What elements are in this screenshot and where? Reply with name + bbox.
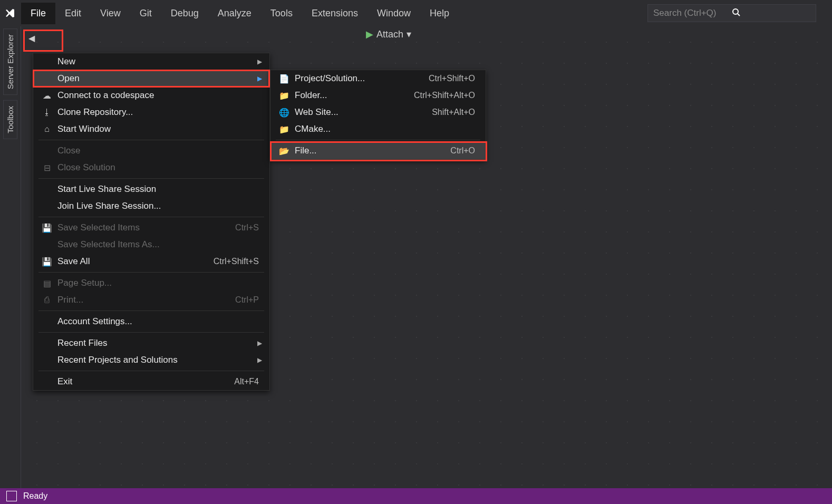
attach-button[interactable]: ▶ Attach ▾ (366, 28, 411, 40)
menu-extensions[interactable]: Extensions (302, 3, 367, 24)
status-bar: Ready (0, 488, 832, 504)
save-icon: 💾 (41, 223, 53, 233)
close-solution-icon: ⊟ (41, 163, 53, 173)
menu-clone-repo[interactable]: ⭳ Clone Repository... (33, 104, 269, 121)
menu-page-setup: ▤ Page Setup... (33, 275, 269, 292)
home-icon: ⌂ (41, 124, 53, 134)
menu-recent-files[interactable]: Recent Files ▶ (33, 335, 269, 352)
attach-label: Attach (376, 29, 403, 40)
folder-icon: 📁 (278, 91, 291, 101)
save-all-icon: 💾 (41, 257, 53, 267)
open-cmake[interactable]: 📁 CMake... (270, 121, 486, 138)
separator (38, 332, 264, 333)
menu-start-live-share[interactable]: Start Live Share Session (33, 181, 269, 198)
menu-connect-codespace[interactable]: ☁ Connect to a codespace (33, 87, 269, 104)
menu-new[interactable]: New ▶ (33, 53, 269, 70)
arrow-right-icon: ▶ (254, 356, 262, 364)
svg-line-1 (738, 14, 740, 16)
menu-account-settings[interactable]: Account Settings... (33, 313, 269, 330)
status-icon (6, 491, 17, 501)
open-file-icon: 📂 (278, 146, 291, 156)
page-icon: ▤ (41, 278, 53, 288)
menu-save-selected-as: Save Selected Items As... (33, 236, 269, 253)
menu-view[interactable]: View (91, 3, 130, 24)
separator (38, 311, 264, 311)
main-area: Server Explorer Toolbox ◀ ▶ Attach ▾ New… (0, 26, 832, 488)
open-folder[interactable]: 📁 Folder... Ctrl+Shift+Alt+O (270, 87, 486, 104)
side-tool-well: Server Explorer Toolbox (0, 26, 21, 488)
file-menu-dropdown: New ▶ Open ▶ ☁ Connect to a codespace ⭳ … (33, 53, 270, 391)
menu-save-all[interactable]: 💾 Save All Ctrl+Shift+S (33, 253, 269, 270)
globe-icon: 🌐 (278, 108, 291, 118)
menu-help[interactable]: Help (420, 3, 459, 24)
menu-print: ⎙ Print... Ctrl+P (33, 292, 269, 308)
chevron-down-icon: ▾ (407, 28, 411, 40)
cloud-icon: ☁ (41, 91, 53, 101)
open-project-solution[interactable]: 📄 Project/Solution... Ctrl+Shift+O (270, 70, 486, 87)
arrow-right-icon: ▶ (254, 75, 262, 82)
menu-analyze[interactable]: Analyze (208, 3, 261, 24)
menu-join-live-share[interactable]: Join Live Share Session... (33, 198, 269, 215)
play-icon: ▶ (366, 28, 373, 40)
tab-toolbox[interactable]: Toolbox (3, 100, 17, 139)
menu-start-window[interactable]: ⌂ Start Window (33, 121, 269, 138)
separator (38, 178, 264, 179)
open-website[interactable]: 🌐 Web Site... Shift+Alt+O (270, 104, 486, 121)
menu-close-solution: ⊟ Close Solution (33, 159, 269, 176)
open-submenu: 📄 Project/Solution... Ctrl+Shift+O 📁 Fol… (270, 70, 486, 160)
separator (38, 272, 264, 273)
nav-back-icon[interactable]: ◀ (24, 31, 39, 45)
search-box[interactable]: Search (Ctrl+Q) (647, 4, 816, 22)
menu-open[interactable]: Open ▶ (33, 70, 269, 87)
menu-debug[interactable]: Debug (161, 3, 208, 24)
separator (38, 371, 264, 371)
separator (276, 140, 480, 140)
download-icon: ⭳ (41, 108, 53, 117)
search-placeholder: Search (Ctrl+Q) (653, 8, 732, 18)
menubar: File Edit View Git Debug Analyze Tools E… (21, 3, 459, 24)
separator (38, 217, 264, 217)
menu-edit[interactable]: Edit (55, 3, 91, 24)
menu-file[interactable]: File (21, 3, 55, 24)
tab-server-explorer[interactable]: Server Explorer (3, 28, 17, 95)
project-icon: 📄 (278, 74, 291, 84)
arrow-right-icon: ▶ (254, 340, 262, 347)
cmake-icon: 📁 (278, 124, 291, 134)
menu-tools[interactable]: Tools (261, 3, 302, 24)
menu-git[interactable]: Git (130, 3, 161, 24)
menu-close: Close (33, 142, 269, 159)
search-icon (732, 8, 810, 19)
open-file[interactable]: 📂 File... Ctrl+O (270, 142, 486, 159)
menu-window[interactable]: Window (367, 3, 420, 24)
vs-logo-icon (0, 7, 21, 20)
status-text: Ready (23, 491, 47, 501)
menu-recent-projects[interactable]: Recent Projects and Solutions ▶ (33, 352, 269, 369)
menu-exit[interactable]: Exit Alt+F4 (33, 373, 269, 390)
print-icon: ⎙ (41, 295, 53, 305)
arrow-right-icon: ▶ (254, 58, 262, 65)
menubar-row: File Edit View Git Debug Analyze Tools E… (0, 0, 832, 26)
separator (38, 140, 264, 140)
menu-save-selected: 💾 Save Selected Items Ctrl+S (33, 219, 269, 236)
toolbar-strip: ◀ (21, 26, 39, 50)
svg-point-0 (733, 9, 738, 14)
